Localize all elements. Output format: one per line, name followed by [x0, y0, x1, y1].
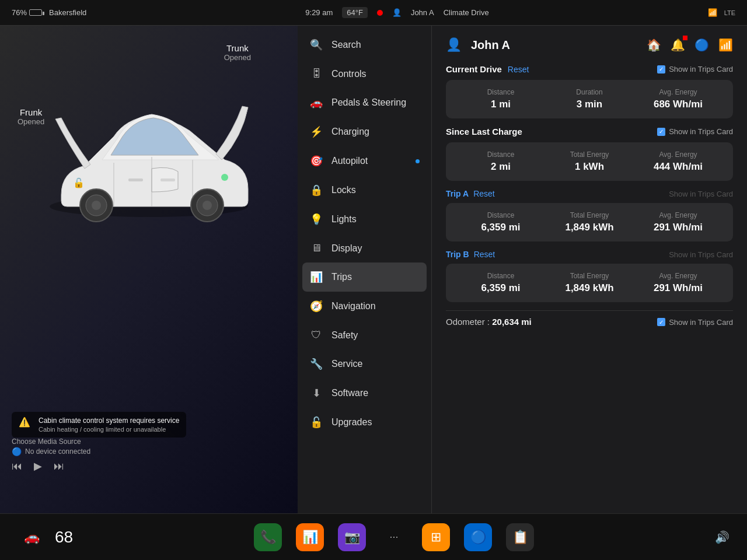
sidebar-item-label: Software [331, 388, 368, 398]
sidebar-item-software[interactable]: ⬇ Software [298, 379, 431, 408]
svg-point-9 [203, 201, 212, 210]
media-controls[interactable]: ⏮ ▶ ⏭ [12, 460, 90, 473]
sidebar-item-trips[interactable]: 📊 Trips [302, 262, 427, 292]
sidebar-item-label: Upgrades [331, 417, 372, 428]
sidebar-item-label: Pedals & Steering [331, 97, 406, 108]
sidebar-item-label: Controls [331, 69, 366, 79]
odometer-checkbox[interactable]: ✓ [657, 318, 665, 326]
autopilot-dot [416, 159, 420, 163]
taskbar: 🚗 68 📞 📊 📷 ··· ⊞ 🔵 📋 🔊 [0, 513, 747, 560]
sidebar-item-search[interactable]: 🔍 Search [298, 30, 431, 60]
odometer-show-trips[interactable]: ✓ Show in Trips Card [657, 318, 733, 327]
sidebar-item-pedals[interactable]: 🚗 Pedals & Steering [298, 88, 431, 117]
search-icon: 🔍 [309, 38, 323, 51]
charge-avg-energy: Avg. Energy 444 Wh/mi [634, 150, 722, 173]
trip-b-reset-button[interactable]: Reset [474, 250, 495, 259]
trip-b-show-label[interactable]: Show in Trips Card [669, 250, 733, 259]
sidebar-item-autopilot[interactable]: 🎯 Autopilot [298, 146, 431, 176]
battery-percentage: 76% [12, 8, 27, 17]
trip-a-avg-energy-value: 291 Wh/mi [634, 222, 722, 233]
sidebar-item-label: Charging [331, 127, 369, 137]
charge-distance: Distance 2 mi [456, 150, 545, 173]
since-last-charge-stats: Distance 2 mi Total Energy 1 kWh Avg. En… [446, 142, 733, 181]
battery-icon [29, 9, 42, 16]
user-icon: 👤 [392, 8, 402, 17]
camera-icon[interactable]: 📷 [338, 523, 366, 551]
header-icons: 🏠 🔔 🔵 📶 [647, 38, 733, 52]
sidebar-item-controls[interactable]: 🎛 Controls [298, 60, 431, 88]
warning-icon: ⚠️ [19, 416, 30, 428]
bluetooth-taskbar-icon[interactable]: 🔵 [464, 523, 492, 551]
sidebar-item-upgrades[interactable]: 🔓 Upgrades [298, 408, 431, 437]
energy-icon[interactable]: 📊 [296, 523, 324, 551]
odometer-info: Odometer : 20,634 mi [446, 317, 532, 327]
current-drive-show-trips[interactable]: ✓ Show in Trips Card [657, 65, 733, 74]
charge-total-energy-label: Total Energy [545, 150, 634, 159]
prev-button[interactable]: ⏮ [12, 460, 22, 473]
current-drive-header: Current Drive Reset ✓ Show in Trips Card [446, 64, 733, 74]
current-drive-trips-label: Show in Trips Card [669, 65, 733, 74]
sidebar-item-navigation[interactable]: 🧭 Navigation [298, 292, 431, 321]
trip-a-show-label[interactable]: Show in Trips Card [669, 190, 733, 198]
current-drive-reset-button[interactable]: Reset [508, 65, 529, 74]
trip-b-distance-value: 6,359 mi [456, 282, 545, 294]
trip-a-avg-energy: Avg. Energy 291 Wh/mi [634, 211, 722, 233]
trip-b-section: Trip B Reset Show in Trips Card Distance… [446, 250, 733, 302]
since-last-charge-header: Since Last Charge ✓ Show in Trips Card [446, 127, 733, 136]
notes-icon[interactable]: 📋 [506, 523, 534, 551]
grid-icon[interactable]: ⊞ [422, 523, 450, 551]
sidebar-item-display[interactable]: 🖥 Display [298, 234, 431, 262]
distance-label: Distance [456, 88, 545, 96]
more-icon[interactable]: ··· [380, 523, 408, 551]
avg-energy-value: 686 Wh/mi [634, 99, 722, 110]
avg-energy-label: Avg. Energy [634, 88, 722, 96]
trip-b-avg-energy: Avg. Energy 291 Wh/mi [634, 272, 722, 294]
sidebar-item-label: Autopilot [331, 156, 368, 166]
home-icon[interactable]: 🏠 [647, 38, 661, 52]
since-last-charge-show-trips[interactable]: ✓ Show in Trips Card [657, 127, 733, 136]
bluetooth-header-icon[interactable]: 🔵 [694, 38, 709, 52]
trip-a-avg-energy-label: Avg. Energy [634, 211, 722, 219]
odometer-value: 20,634 mi [492, 317, 532, 327]
taskbar-right: 🔊 [715, 530, 729, 544]
taskbar-center: 📞 📊 📷 ··· ⊞ 🔵 📋 [254, 523, 534, 551]
content-user-title: John A [471, 38, 510, 52]
current-drive-checkbox[interactable]: ✓ [657, 65, 665, 74]
sidebar-item-label: Search [331, 40, 361, 50]
main-layout: Trunk Opened Frunk Opened [0, 26, 747, 513]
next-button[interactable]: ⏭ [54, 460, 64, 473]
sidebar-item-service[interactable]: 🔧 Service [298, 349, 431, 379]
sidebar-item-charging[interactable]: ⚡ Charging [298, 117, 431, 146]
status-left: 76% Bakersfield [12, 8, 86, 17]
bell-icon[interactable]: 🔔 [671, 38, 685, 52]
duration-label: Duration [545, 88, 634, 96]
temperature-number: 68 [55, 528, 73, 547]
trip-a-section: Trip A Reset Show in Trips Card Distance… [446, 189, 733, 242]
volume-icon[interactable]: 🔊 [715, 530, 729, 544]
trip-a-distance-value: 6,359 mi [456, 222, 545, 233]
media-box: Choose Media Source 🔵 No device connecte… [12, 438, 90, 473]
sidebar-item-locks[interactable]: 🔒 Locks [298, 176, 431, 205]
trip-a-reset-button[interactable]: Reset [473, 189, 495, 198]
car-status-icon[interactable]: 🚗 [18, 523, 46, 551]
phone-icon[interactable]: 📞 [254, 523, 282, 551]
since-last-charge-checkbox[interactable]: ✓ [657, 128, 665, 136]
left-panel: Trunk Opened Frunk Opened [0, 26, 298, 513]
since-last-charge-trips-label: Show in Trips Card [669, 127, 733, 136]
svg-point-12 [221, 174, 228, 181]
trip-b-header: Trip B Reset Show in Trips Card [446, 250, 733, 259]
play-button[interactable]: ▶ [34, 460, 42, 473]
navigation-icon: 🧭 [309, 300, 323, 313]
battery-indicator: 76% [12, 8, 42, 17]
sidebar-item-safety[interactable]: 🛡 Safety [298, 321, 431, 349]
signal-icon: 📶 [708, 8, 717, 17]
status-center: 9:29 am 64°F 👤 John A Climate Drive [305, 7, 488, 18]
svg-rect-10 [128, 178, 143, 181]
sidebar-item-lights[interactable]: 💡 Lights [298, 205, 431, 234]
current-drive-stats: Distance 1 mi Duration 3 min Avg. Energy… [446, 80, 733, 118]
charge-avg-energy-label: Avg. Energy [634, 150, 722, 159]
sidebar-item-label: Navigation [331, 301, 376, 312]
safety-icon: 🛡 [309, 329, 323, 341]
user-avatar-icon: 👤 [446, 37, 462, 52]
warning-box: ⚠️ Cabin climate control system requires… [12, 412, 186, 438]
